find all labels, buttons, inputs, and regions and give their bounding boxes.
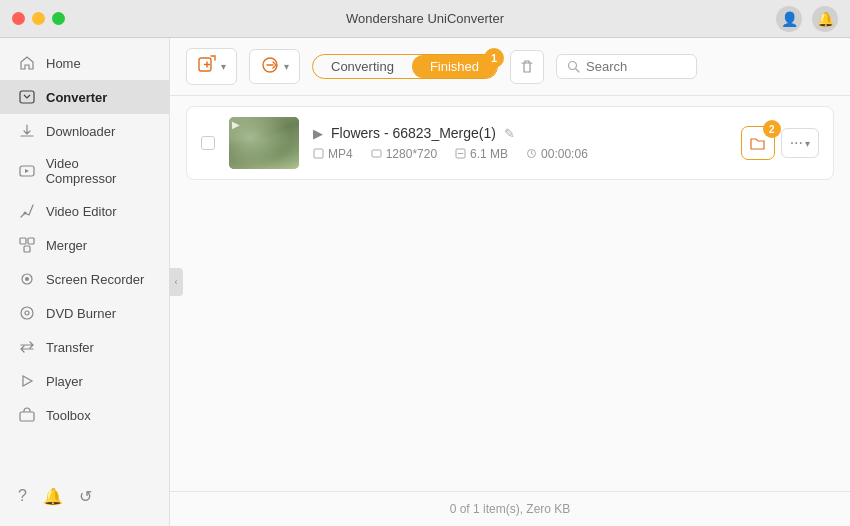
- duration-icon: [526, 148, 537, 161]
- title-bar: Wondershare UniConverter 👤 🔔: [0, 0, 850, 38]
- tab-group: Converting Finished: [312, 54, 498, 79]
- more-options-button[interactable]: ··· ▾: [781, 128, 819, 158]
- maximize-button[interactable]: [52, 12, 65, 25]
- sidebar-label-home: Home: [46, 56, 81, 71]
- svg-rect-4: [28, 238, 34, 244]
- app-title: Wondershare UniConverter: [346, 11, 504, 26]
- sidebar-label-video-compressor: Video Compressor: [46, 156, 151, 186]
- add-file-wrapper: ▾: [186, 48, 237, 85]
- svg-point-7: [25, 277, 29, 281]
- sidebar-item-video-editor[interactable]: Video Editor: [0, 194, 169, 228]
- convert-button[interactable]: ▾: [249, 49, 300, 84]
- sidebar-label-player: Player: [46, 374, 83, 389]
- more-icon: ···: [790, 134, 803, 152]
- sidebar-label-transfer: Transfer: [46, 340, 94, 355]
- alerts-icon[interactable]: 🔔: [43, 487, 63, 506]
- status-bar: 0 of 1 item(s), Zero KB: [170, 491, 850, 526]
- svg-rect-14: [314, 149, 323, 158]
- folder-icon: [749, 135, 766, 152]
- sidebar-item-converter[interactable]: Converter: [0, 80, 169, 114]
- video-compressor-icon: [18, 162, 36, 180]
- svg-point-8: [21, 307, 33, 319]
- meta-format: MP4: [313, 147, 353, 161]
- collapse-chevron-icon: ‹: [175, 277, 178, 287]
- downloader-icon: [18, 122, 36, 140]
- dropdown-chevron: ▾: [221, 61, 226, 72]
- search-box: [556, 54, 697, 79]
- add-file-button[interactable]: ▾: [186, 48, 237, 85]
- meta-duration: 00:00:06: [526, 147, 588, 161]
- traffic-lights: [12, 12, 65, 25]
- svg-rect-15: [372, 150, 381, 157]
- close-button[interactable]: [12, 12, 25, 25]
- dvd-burner-icon: [18, 304, 36, 322]
- svg-rect-0: [20, 91, 34, 103]
- file-name: Flowers - 66823_Merge(1): [331, 125, 496, 141]
- sidebar-item-transfer[interactable]: Transfer: [0, 330, 169, 364]
- file-resolution: 1280*720: [386, 147, 437, 161]
- sidebar: Home Converter Downloader: [0, 38, 170, 526]
- resolution-icon: [371, 148, 382, 161]
- status-text: 0 of 1 item(s), Zero KB: [450, 502, 571, 516]
- file-actions: 2 ··· ▾: [741, 126, 819, 160]
- main-content: ▾ ▾ Converting: [170, 38, 850, 526]
- refresh-icon[interactable]: ↺: [79, 487, 92, 506]
- sidebar-item-dvd-burner[interactable]: DVD Burner: [0, 296, 169, 330]
- video-type-icon: ▶: [313, 126, 323, 141]
- sidebar-label-converter: Converter: [46, 90, 107, 105]
- app-body: Home Converter Downloader: [0, 38, 850, 526]
- sidebar-bottom: ? 🔔 ↺: [0, 475, 169, 518]
- minimize-button[interactable]: [32, 12, 45, 25]
- file-duration: 00:00:06: [541, 147, 588, 161]
- sidebar-item-toolbox[interactable]: Toolbox: [0, 398, 169, 432]
- sidebar-item-merger[interactable]: Merger: [0, 228, 169, 262]
- sidebar-label-toolbox: Toolbox: [46, 408, 91, 423]
- svg-rect-10: [20, 412, 34, 421]
- file-thumbnail: ▶: [229, 117, 299, 169]
- file-info: ▶ Flowers - 66823_Merge(1) ✎ MP4: [313, 125, 727, 161]
- svg-rect-5: [24, 246, 30, 252]
- edit-icon[interactable]: ✎: [504, 126, 515, 141]
- notification-icon[interactable]: 🔔: [812, 6, 838, 32]
- transfer-icon: [18, 338, 36, 356]
- video-editor-icon: [18, 202, 36, 220]
- sidebar-item-home[interactable]: Home: [0, 46, 169, 80]
- sidebar-label-dvd-burner: DVD Burner: [46, 306, 116, 321]
- tab-converting[interactable]: Converting: [313, 55, 412, 78]
- file-list: ▶ ▶ Flowers - 66823_Merge(1) ✎: [170, 96, 850, 491]
- file-name-row: ▶ Flowers - 66823_Merge(1) ✎: [313, 125, 727, 141]
- search-icon: [567, 60, 580, 73]
- sidebar-label-video-editor: Video Editor: [46, 204, 117, 219]
- home-icon: [18, 54, 36, 72]
- size-icon: [455, 148, 466, 161]
- file-format: MP4: [328, 147, 353, 161]
- table-row: ▶ ▶ Flowers - 66823_Merge(1) ✎: [186, 106, 834, 180]
- file-meta: MP4 1280*720 6.1 MB: [313, 147, 727, 161]
- help-icon[interactable]: ?: [18, 487, 27, 506]
- add-file-icon: [197, 54, 217, 79]
- sidebar-label-downloader: Downloader: [46, 124, 115, 139]
- player-icon: [18, 372, 36, 390]
- svg-point-13: [569, 62, 577, 70]
- sidebar-item-player[interactable]: Player: [0, 364, 169, 398]
- svg-point-9: [25, 311, 29, 315]
- sidebar-item-screen-recorder[interactable]: Screen Recorder: [0, 262, 169, 296]
- convert-wrapper: ▾: [249, 49, 300, 84]
- sidebar-label-screen-recorder: Screen Recorder: [46, 272, 144, 287]
- meta-resolution: 1280*720: [371, 147, 437, 161]
- toolbox-icon: [18, 406, 36, 424]
- sidebar-collapse-button[interactable]: ‹: [169, 268, 183, 296]
- search-input[interactable]: [586, 59, 686, 74]
- file-checkbox[interactable]: [201, 136, 215, 150]
- tab-badge: 1: [484, 48, 504, 68]
- open-folder-button[interactable]: 2: [741, 126, 775, 160]
- delete-button[interactable]: [510, 50, 544, 84]
- sidebar-label-merger: Merger: [46, 238, 87, 253]
- title-bar-icons: 👤 🔔: [776, 6, 838, 32]
- file-size: 6.1 MB: [470, 147, 508, 161]
- sidebar-item-video-compressor[interactable]: Video Compressor: [0, 148, 169, 194]
- user-icon[interactable]: 👤: [776, 6, 802, 32]
- svg-rect-3: [20, 238, 26, 244]
- sidebar-item-downloader[interactable]: Downloader: [0, 114, 169, 148]
- convert-dropdown-chevron: ▾: [284, 61, 289, 72]
